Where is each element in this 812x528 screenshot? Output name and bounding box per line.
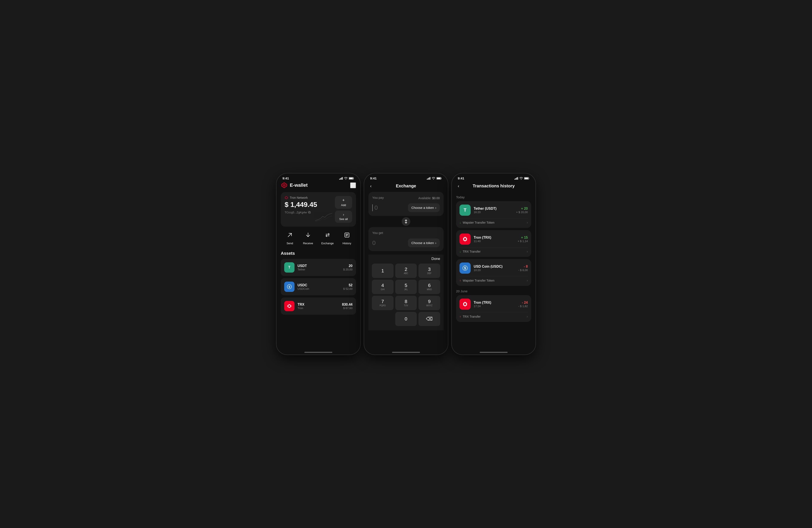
exchange-title: Exchange [396,183,416,188]
assets-title: Assets [281,251,356,256]
usdt-info: USDT Tether [298,264,340,271]
pay-input[interactable] [372,204,394,211]
status-icons-3 [514,177,530,180]
key-empty [372,312,393,326]
network-label: Tron Network [290,196,308,199]
tx-trx-pos-sub-icon: ↓ [460,250,461,253]
tx-usdc[interactable]: $ USD Coin (USDC) 10:20 - 8 - $ 8,00 ↑ W… [456,259,531,286]
app-title: E-wallet [281,182,308,188]
tx-trx-neg-sub[interactable]: ↑ TRX Transfer › [460,312,528,318]
key-6[interactable]: 6 MNO [419,280,440,294]
network-row: Tron Network [285,196,332,199]
tx-trx-pos-time: 11:40 [474,240,515,243]
battery-icon-2 [436,177,442,180]
exchange-icon-container [323,230,333,240]
key-8[interactable]: 8 TUV [395,296,417,310]
wallet-address: TCccg5...ZgKg4w [285,211,307,214]
tx-usdc-amounts: - 8 - $ 8,00 [518,265,528,272]
add-button[interactable]: + Add [335,196,352,209]
svg-rect-1 [340,178,341,180]
key-2[interactable]: 2 ABC [395,263,417,278]
phone-ewallet: 9:41 [276,174,360,354]
tx-trx-pos-chevron: › [527,250,528,254]
back-button-exchange[interactable]: ‹ [368,183,373,189]
tx-usdt-amount: + 20 [516,207,528,211]
key-9[interactable]: 9 WXYZ [419,296,440,310]
asset-item-usdc[interactable]: $ USDC USDCoin 52 $ 52,00 [281,278,356,295]
send-icon-container [285,230,295,240]
tx-trx-pos-sub-label: TRX Transfer [463,250,480,253]
svg-rect-21 [427,179,427,180]
asset-item-trx[interactable]: TRX Tron 830.44 $ 67,60 [281,298,356,315]
phone-history: 9:41 ‹ Transactions history [452,174,536,354]
key-5[interactable]: 5 JKL [395,280,417,294]
time-3: 9:41 [458,177,464,180]
tx-trx-pos-name: Tron (TRX) [474,236,515,240]
key-1[interactable]: 1 [372,263,393,278]
tx-trx-neg[interactable]: Tron (TRX) 17:24 - 24 - $ 1,82 ↑ TRX Tra… [456,295,531,322]
tx-trx-neg-value: - $ 1,82 [518,305,528,308]
tx-trx-pos-sub-left: ↓ TRX Transfer [460,250,480,253]
get-top-row: You get [372,231,440,236]
tx-trx-neg-sub-label: TRX Transfer [463,315,480,318]
see-all-button[interactable]: › See all [335,211,352,223]
usdc-amounts: 52 $ 52,00 [343,283,352,290]
key-3[interactable]: 3 DEF [419,263,440,278]
key-7[interactable]: 7 PQRS [372,296,393,310]
done-button[interactable]: Done [431,257,440,261]
key-backspace[interactable]: ⌫ [419,312,440,326]
usdt-amount: 20 [343,264,352,268]
tx-trx-neg-chevron: › [527,315,528,318]
usdc-icon-tx: $ [462,265,468,271]
asset-item-usdt[interactable]: T USDT Tether 20 $ 20,00 [281,259,356,276]
swap-center [368,217,444,226]
copy-icon[interactable] [308,211,311,214]
wallet-info: Tron Network $ 1,449.45 TCccg5...ZgKg4w [285,196,332,223]
usdc-info: USDC USDCoin [298,283,340,290]
svg-rect-22 [428,178,429,180]
history-action[interactable]: History [342,230,352,245]
asset-list: T USDT Tether 20 $ 20,00 $ [281,259,356,315]
exchange-header: ‹ Exchange [368,182,444,192]
get-value: 0 [372,240,376,246]
app-header: E-wallet ··· [281,182,356,188]
tx-trx-pos[interactable]: Tron (TRX) 11:40 + 15 + $ 1,14 ↓ TRX Tra… [456,230,531,257]
send-action[interactable]: Send [285,230,295,245]
choose-token-get-chevron: › [435,241,436,245]
available-amount: $0.00 [432,196,440,200]
trx-amounts: 830.44 $ 67,60 [342,303,352,310]
tx-usdt-value: + $ 20,00 [516,211,528,214]
tx-trx-neg-name: Tron (TRX) [474,301,515,305]
tx-trx-pos-sub[interactable]: ↓ TRX Transfer › [460,247,528,254]
tx-trx-neg-time: 17:24 [474,305,515,308]
more-button[interactable]: ··· [350,182,356,188]
you-pay-box: You pay Available: $0.00 Choose a token … [368,192,444,216]
tx-usdt-chevron: › [527,221,528,225]
key-0[interactable]: 0 [395,312,417,326]
tx-usdc-amount: - 8 [518,265,528,269]
tx-usdt-sub[interactable]: ↓ Wapster Transfer Token › [460,218,528,225]
trx-info: TRX Tron [298,303,339,310]
history-header: ‹ Transactions history [456,182,531,192]
swap-button[interactable] [402,217,410,226]
choose-token-pay-button[interactable]: Choose a token › [408,203,440,212]
back-button-history[interactable]: ‹ [456,183,461,189]
svg-rect-5 [349,178,353,179]
trx-symbol: TRX [298,303,339,306]
exchange-icon [324,232,331,238]
tx-usdt[interactable]: T Tether (USDT) 16:20 + 20 + $ 20,00 ↓ W… [456,201,531,228]
home-bar-1 [304,352,332,353]
receive-action[interactable]: Receive [303,230,313,245]
exchange-action[interactable]: Exchange [321,230,334,245]
keypad-area: Done 1 2 ABC 3 DEF 4 GHI [368,255,444,330]
time-1: 9:41 [282,177,289,180]
key-4[interactable]: 4 GHI [372,280,393,294]
wifi-icon [344,177,348,180]
tx-usdc-sub[interactable]: ↑ Wapster Transfer Token › [460,276,528,283]
available-label: Available: $0.00 [419,196,440,200]
balance-amount: $ 1,449.45 [285,201,332,209]
tx-trx-neg-amounts: - 24 - $ 1,82 [518,301,528,308]
choose-token-get-button[interactable]: Choose a token › [408,239,440,247]
signal-icon-2 [427,177,431,180]
wallet-quick-actions: + Add › See all [335,196,352,223]
